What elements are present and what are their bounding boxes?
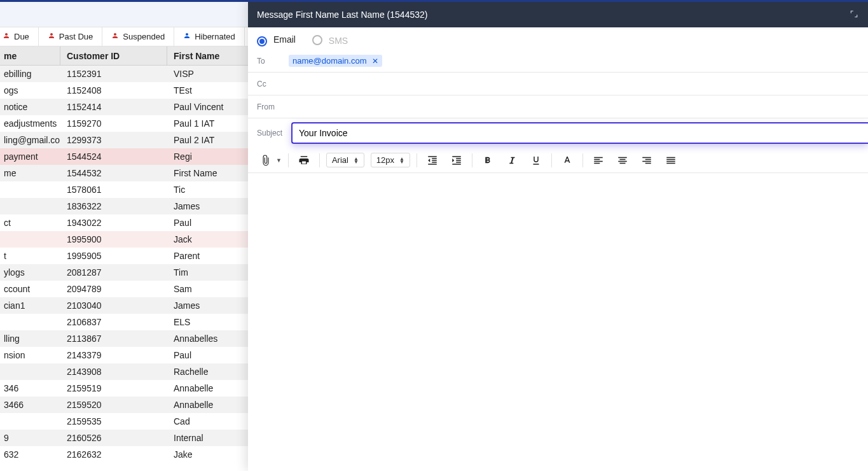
table-row[interactable]: ccount2094789Sam [0,281,248,297]
italic-button[interactable] [503,151,521,169]
table-row[interactable]: lling2113867Annabelles [0,330,248,347]
cell-name [0,413,60,430]
message-panel: Message First Name Last Name (1544532) E… [248,0,868,471]
tab-sms[interactable]: SMS [312,34,348,46]
cell-name: me [0,165,60,181]
table-row[interactable]: ct1943022Paul [0,214,248,231]
cell-first-name: Cad [167,413,248,430]
table-row[interactable]: ling@gmail.co…1299373Paul 2 IAT [0,132,248,148]
toolbar-separator [417,153,417,167]
filter-label: Due [14,32,29,41]
cell-customer-id: 1544532 [60,165,167,181]
cell-name: lling [0,330,60,347]
table-row[interactable]: 34662159520Annabelle [0,397,248,413]
toolbar-separator [582,153,583,167]
filter-label: Hibernated [195,32,235,41]
cc-row[interactable]: Cc [248,73,868,95]
table-row[interactable]: 6322162632Jake [0,446,248,463]
table-row[interactable]: cian12103040James [0,297,248,314]
col-header-customer-id[interactable]: Customer ID [60,46,167,65]
tab-email-label: Email [273,34,296,45]
cell-customer-id: 1943022 [60,214,167,231]
table-row[interactable]: nsion2143379Paul [0,347,248,363]
table-row[interactable]: ogs1152408TEst [0,82,248,99]
cell-first-name: Parent [167,248,248,264]
cell-first-name: Jack [167,231,248,248]
cell-first-name: ELS [167,314,248,330]
cell-first-name: Annabelles [167,330,248,347]
table-row[interactable]: 1836322James [0,198,248,214]
cell-first-name: VISP [167,66,248,82]
table-row[interactable]: t1995905Parent [0,248,248,264]
filter-due[interactable]: Due [0,27,39,46]
cell-first-name: Jake [167,446,248,463]
filter-past-due[interactable]: Past Due [39,27,102,46]
print-button[interactable] [295,151,313,169]
user-icon [3,32,10,41]
cell-name: ylogs [0,264,60,281]
cell-customer-id: 1995900 [60,231,167,248]
table-row[interactable]: 1995900Jack [0,231,248,248]
from-row[interactable]: From [248,95,868,118]
underline-button[interactable] [527,151,545,169]
indent-button[interactable] [448,151,465,169]
to-row[interactable]: To name@domain.com ✕ [248,50,868,73]
cell-name: 632 [0,446,60,463]
recipient-chip[interactable]: name@domain.com ✕ [289,55,382,67]
filter-hibernated[interactable]: Hibernated [174,27,245,46]
col-header-first-name[interactable]: First Name [167,46,248,65]
subject-input[interactable] [291,122,868,144]
table-row[interactable]: 2106837ELS [0,314,248,330]
subject-row: Subject [248,118,868,148]
radio-checked-icon [257,36,267,46]
table-row[interactable]: notice1152414Paul Vincent [0,99,248,115]
to-label: To [257,57,289,66]
cell-customer-id: 2160526 [60,430,167,446]
attach-button[interactable] [257,151,275,169]
message-type-tabs: Email SMS [248,27,868,50]
table-row[interactable]: ebilling1152391VISP [0,66,248,82]
align-left-button[interactable] [589,151,607,169]
align-justify-button[interactable] [662,151,680,169]
table-row[interactable]: 92160526Internal [0,430,248,446]
editor-body[interactable] [248,173,868,471]
cell-first-name: Internal [167,430,248,446]
table-row[interactable]: 2159535Cad [0,413,248,430]
attach-dropdown-icon[interactable]: ▼ [276,157,282,164]
col-header-name[interactable]: me [0,46,60,65]
text-color-button[interactable] [558,151,576,169]
font-family-select[interactable]: Arial ▲▼ [326,153,364,167]
remove-chip-icon[interactable]: ✕ [372,57,378,66]
table-row[interactable]: me1544532First Name [0,165,248,181]
cell-customer-id: 2162632 [60,446,167,463]
cell-customer-id: 1578061 [60,181,167,198]
top-blank-bar [0,2,248,27]
table-row[interactable]: 3462159519Annabelle [0,380,248,397]
cell-customer-id: 1152414 [60,99,167,115]
cell-first-name: Paul 1 IAT [167,115,248,132]
cell-first-name: First Name [167,165,248,181]
table-row[interactable]: 2143908Rachelle [0,363,248,380]
filter-suspended[interactable]: Suspended [102,27,174,46]
align-right-button[interactable] [638,151,656,169]
select-caret-icon: ▲▼ [354,157,359,164]
cell-name: ogs [0,82,60,99]
table-row[interactable]: 1578061Tic [0,181,248,198]
cell-first-name: Annabelle [167,397,248,413]
toolbar-separator [551,153,552,167]
cell-name: nsion [0,347,60,363]
cell-first-name: Annabelle [167,380,248,397]
user-icon [48,32,55,41]
font-size-select[interactable]: 12px ▲▼ [371,153,410,167]
outdent-button[interactable] [424,151,441,169]
align-center-button[interactable] [614,151,631,169]
table-row[interactable]: eadjustments1159270Paul 1 IAT [0,115,248,132]
tab-email[interactable]: Email [257,34,296,45]
bold-button[interactable] [479,151,497,169]
expand-icon[interactable] [849,9,859,21]
cell-customer-id: 2143379 [60,347,167,363]
cell-customer-id: 2159519 [60,380,167,397]
table-row[interactable]: payment1544524Regi [0,148,248,165]
recipient-email: name@domain.com [293,56,367,66]
table-row[interactable]: ylogs2081287Tim [0,264,248,281]
